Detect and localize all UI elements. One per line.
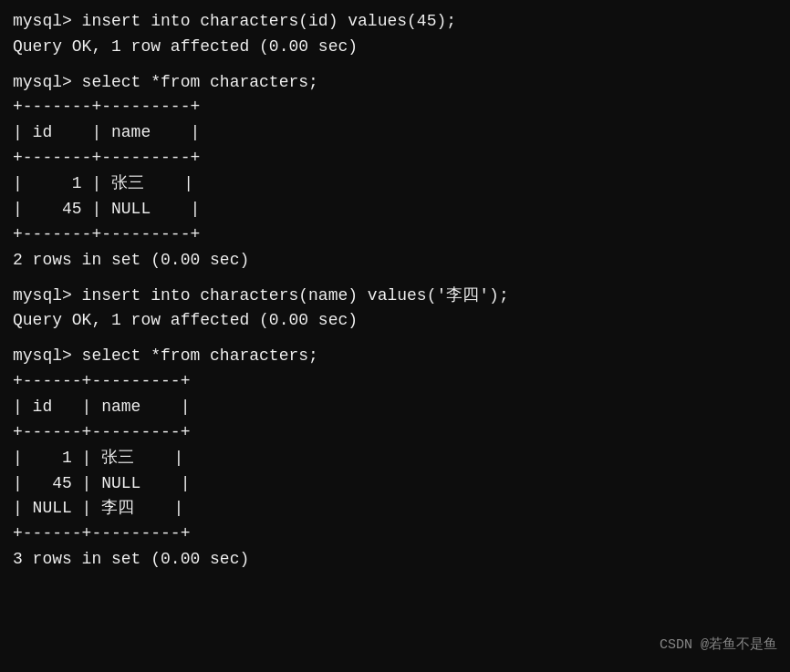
- line-21: 3 rows in set (0.00 sec): [13, 547, 777, 573]
- line-2: Query OK, 1 row affected (0.00 sec): [13, 35, 777, 60]
- line-17: | 1 | 张三 |: [13, 446, 777, 471]
- watermark: CSDN @若鱼不是鱼: [660, 635, 777, 656]
- line-16: +------+---------+: [13, 420, 777, 446]
- line-3: mysql> select *from characters;: [13, 70, 777, 96]
- line-10: 2 rows in set (0.00 sec): [13, 248, 777, 274]
- line-12: Query OK, 1 row affected (0.00 sec): [13, 308, 777, 334]
- line-13: mysql> select *from characters;: [13, 344, 777, 369]
- line-14: +------+---------+: [13, 369, 777, 395]
- spacer-1: [13, 60, 777, 70]
- terminal-content: mysql> insert into characters(id) values…: [13, 9, 777, 573]
- spacer-3: [13, 334, 777, 344]
- line-7: | 1 | 张三 |: [13, 171, 777, 197]
- line-15: | id | name |: [13, 395, 777, 420]
- line-5: | id | name |: [13, 120, 777, 146]
- line-18: | 45 | NULL |: [13, 471, 777, 497]
- line-20: +------+---------+: [13, 522, 777, 547]
- line-6: +-------+---------+: [13, 146, 777, 171]
- line-8: | 45 | NULL |: [13, 197, 777, 222]
- line-4: +-------+---------+: [13, 95, 777, 120]
- line-11: mysql> insert into characters(name) valu…: [13, 284, 777, 309]
- line-9: +-------+---------+: [13, 222, 777, 248]
- terminal-window: mysql> insert into characters(id) values…: [0, 0, 790, 672]
- spacer-2: [13, 274, 777, 284]
- line-1: mysql> insert into characters(id) values…: [13, 9, 777, 35]
- line-19: | NULL | 李四 |: [13, 496, 777, 522]
